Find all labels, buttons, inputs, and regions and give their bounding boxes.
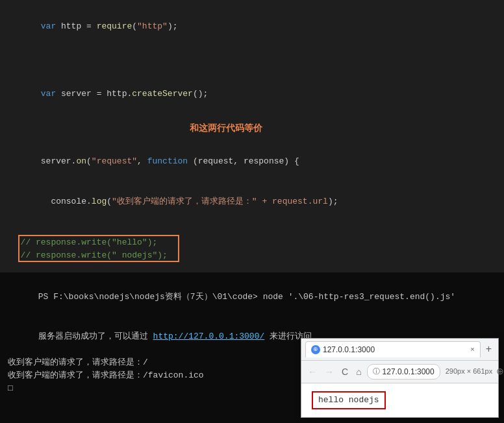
browser-popup: ⊕ 127.0.0.1:3000 × + ← → C ⌂ ⓘ 127.0.0.1… (301, 338, 499, 418)
hello-nodejs-text: hello nodejs (312, 391, 386, 409)
reload-button[interactable]: C (339, 365, 351, 378)
forward-button[interactable]: → (322, 365, 336, 378)
code-line-4: var server = http.createServer(); (10, 74, 494, 114)
tab-close-button[interactable]: × (470, 344, 474, 355)
code-editor: var http = require("http"); var server =… (0, 0, 504, 272)
terminal-area: PS F:\books\nodejs\nodejs资料（7天）\01\code>… (0, 272, 504, 423)
code-line-8: console.log("收到客户端的请求了，请求路径是：" + request… (10, 182, 494, 222)
back-button[interactable]: ← (305, 365, 320, 378)
main-container: var http = require("http"); var server =… (0, 0, 504, 423)
browser-content: hello nodejs (301, 383, 498, 417)
browser-nav-bar: ← → C ⌂ ⓘ 127.0.0.1:3000 290px × 661px ⊕… (301, 361, 498, 383)
tab-title: 127.0.0.1:3000 (323, 344, 375, 356)
annotation-text: 和这两行代码等价 (190, 121, 262, 135)
browser-tab[interactable]: ⊕ 127.0.0.1:3000 × (305, 341, 481, 358)
code-line-10: // response.write("hello"); (10, 236, 494, 250)
browser-tab-bar: ⊕ 127.0.0.1:3000 × + (301, 339, 498, 361)
code-line-7: server.on("request", function (request, … (10, 141, 494, 182)
code-line-blank1 (10, 47, 494, 60)
address-bar[interactable]: ⓘ 127.0.0.1:3000 (367, 364, 440, 380)
terminal-prompt: PS F:\books\nodejs\nodejs资料（7天）\01\code>… (8, 278, 496, 317)
home-button[interactable]: ⌂ (353, 365, 364, 378)
size-info: 290px × 661px (446, 366, 492, 377)
zoom-icon: ⊕ (495, 363, 504, 380)
code-line-1: var http = require("http"); (10, 6, 494, 47)
code-line-blank5 (10, 223, 494, 236)
tab-favicon: ⊕ (311, 345, 320, 354)
new-tab-button[interactable]: + (483, 341, 494, 357)
code-line-11: // response.write(" nodejs"); (10, 249, 494, 263)
terminal-url: http://127.0.0.1:3000/ (153, 332, 265, 341)
info-icon: ⓘ (373, 366, 380, 377)
address-text: 127.0.0.1:3000 (383, 366, 435, 378)
code-line-blank2 (10, 60, 494, 74)
